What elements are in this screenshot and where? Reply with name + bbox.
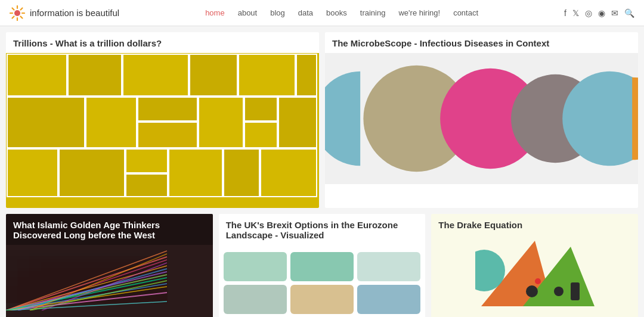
main-nav: home about blog data books training we'r… <box>119 8 564 17</box>
brexit-rect-2 <box>290 252 354 281</box>
islamic-title: What Islamic Golden Age Thinkers Discove… <box>6 214 213 245</box>
brexit-rect-4 <box>224 285 287 314</box>
svg-rect-58 <box>571 282 580 300</box>
svg-line-7 <box>21 8 23 10</box>
nav-hiring[interactable]: we're hiring! <box>398 8 440 17</box>
islamic-svg <box>6 245 213 310</box>
nav-about[interactable]: about <box>238 8 258 17</box>
nav-data[interactable]: data <box>298 8 313 17</box>
drake-svg <box>475 235 595 312</box>
twitter-icon[interactable]: 𝕏 <box>572 8 579 18</box>
bottom-row: What Islamic Golden Age Thinkers Discove… <box>6 214 638 317</box>
svg-point-57 <box>554 287 564 296</box>
logo[interactable]: information is beautiful <box>10 5 119 21</box>
svg-line-8 <box>13 16 14 18</box>
svg-rect-10 <box>68 54 122 96</box>
svg-rect-14 <box>296 54 317 96</box>
treemap-title: Trillions - What is a trillion dollars? <box>6 32 319 53</box>
svg-rect-13 <box>239 54 295 96</box>
main-content: Trillions - What is a trillion dollars? <box>0 26 644 317</box>
brexit-rect-6 <box>357 285 420 314</box>
drake-visual <box>431 235 638 312</box>
svg-rect-11 <box>123 54 188 96</box>
treemap-card[interactable]: Trillions - What is a trillion dollars? <box>6 32 319 208</box>
circles-svg <box>325 53 638 184</box>
svg-rect-9 <box>7 54 67 96</box>
svg-rect-56 <box>526 285 538 297</box>
islamic-visual <box>6 245 213 310</box>
email-icon[interactable]: ✉ <box>611 8 618 18</box>
nav-books[interactable]: books <box>326 8 347 17</box>
svg-rect-21 <box>244 122 277 148</box>
svg-rect-23 <box>7 149 58 197</box>
svg-rect-18 <box>138 122 197 148</box>
svg-rect-19 <box>199 97 243 148</box>
nav-home[interactable]: home <box>205 8 225 17</box>
rss-icon[interactable]: ◉ <box>598 8 605 18</box>
nav-contact[interactable]: contact <box>453 8 478 17</box>
microbescope-title: The MicrobeScope - Infectious Diseases i… <box>325 32 638 53</box>
svg-rect-28 <box>224 149 259 197</box>
logo-icon <box>10 5 25 21</box>
svg-rect-16 <box>86 97 137 148</box>
svg-rect-20 <box>244 97 277 121</box>
nav-blog[interactable]: blog <box>270 8 285 17</box>
brexit-rect-1 <box>224 252 287 281</box>
brexit-rect-5 <box>290 285 354 314</box>
instagram-icon[interactable]: ◎ <box>585 8 592 18</box>
logo-text: information is beautiful <box>30 8 119 18</box>
facebook-icon[interactable]: f <box>564 8 566 18</box>
svg-rect-26 <box>126 174 168 197</box>
svg-rect-25 <box>126 149 168 173</box>
microbescope-card[interactable]: The MicrobeScope - Infectious Diseases i… <box>325 32 638 208</box>
svg-rect-15 <box>7 97 85 148</box>
brexit-card[interactable]: The UK's Brexit Options in the Eurozone … <box>219 214 426 317</box>
svg-rect-24 <box>59 149 125 197</box>
social-links: f 𝕏 ◎ ◉ ✉ 🔍 <box>564 8 634 18</box>
svg-rect-29 <box>261 149 317 197</box>
svg-rect-27 <box>169 149 222 197</box>
search-icon[interactable]: 🔍 <box>624 8 634 18</box>
svg-rect-17 <box>138 97 197 121</box>
treemap-svg <box>6 53 319 208</box>
brexit-title: The UK's Brexit Options in the Eurozone … <box>219 214 426 245</box>
islamic-card[interactable]: What Islamic Golden Age Thinkers Discove… <box>6 214 213 317</box>
drake-title: The Drake Equation <box>431 214 638 235</box>
svg-point-0 <box>14 10 20 16</box>
svg-rect-12 <box>190 54 237 96</box>
treemap-visual <box>6 53 319 208</box>
site-header: information is beautiful home about blog… <box>0 0 644 26</box>
brexit-rect-3 <box>357 252 420 281</box>
svg-point-59 <box>535 278 541 284</box>
brexit-visual <box>219 247 426 317</box>
drake-card[interactable]: The Drake Equation <box>431 214 638 317</box>
svg-rect-22 <box>278 97 317 148</box>
svg-line-5 <box>13 8 14 10</box>
nav-training[interactable]: training <box>360 8 386 17</box>
svg-line-6 <box>21 16 23 18</box>
circles-visual <box>325 53 638 184</box>
